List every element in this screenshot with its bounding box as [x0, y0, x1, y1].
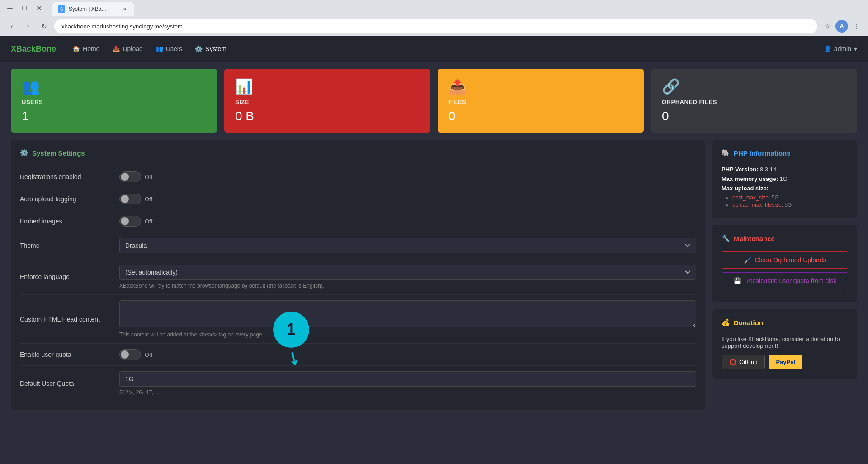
- files-stat-icon: 📤: [448, 78, 633, 95]
- setting-row-embed-images: Embed images Off: [20, 210, 696, 232]
- maximize-button[interactable]: □: [18, 2, 31, 14]
- browser-title-bar: ─ □ ✕ S System | XBa... ✕: [0, 0, 868, 16]
- post-max-size-link[interactable]: post_max_size: [732, 194, 769, 201]
- custom-html-textarea[interactable]: [119, 300, 696, 327]
- registrations-slider: [119, 171, 141, 182]
- recalculate-quota-button[interactable]: 💾 Recalculate user quota from disk: [722, 272, 848, 289]
- upload-max-filesize-value: : 5G: [782, 202, 792, 208]
- menu-button[interactable]: ⋮: [850, 20, 863, 33]
- auto-upload-label: Auto upload tagging: [20, 195, 119, 203]
- default-quota-input[interactable]: [119, 371, 696, 387]
- paypal-button[interactable]: PayPal: [769, 355, 802, 369]
- files-stat-label: FILES: [448, 99, 633, 105]
- github-icon: ⭕: [729, 359, 736, 365]
- user-quota-toggle-label: Off: [145, 351, 152, 358]
- donation-header: 💰 Donation: [722, 318, 848, 327]
- main-content: ⚙️ System Settings 1 ➘ Registrations ena…: [0, 140, 868, 421]
- nav-user[interactable]: 👤 admin ▾: [824, 45, 857, 52]
- browser-chrome: ─ □ ✕ S System | XBa... ✕ ‹ › ↻ ☆ A ⋮: [0, 0, 868, 36]
- setting-row-language: Enforce language (Set automatically) Eng…: [20, 259, 696, 295]
- users-stat-value: 1: [22, 109, 206, 123]
- reload-button[interactable]: ↻: [38, 20, 51, 33]
- nav-link-system-label: System: [205, 45, 226, 52]
- browser-tab[interactable]: S System | XBa... ✕: [52, 2, 134, 16]
- user-quota-slider: [119, 349, 141, 360]
- php-icon: 🐘: [722, 149, 730, 157]
- auto-upload-toggle-label: Off: [145, 196, 152, 203]
- auto-upload-toggle-wrapper: Off: [119, 194, 696, 204]
- size-stat-icon: 📊: [235, 78, 420, 95]
- app-container: XBackBone 🏠 Home 📤 Upload 👥 Users ⚙️ Sys…: [0, 36, 868, 464]
- nav-link-upload-label: Upload: [123, 45, 142, 52]
- users-stat-label: USERS: [22, 99, 206, 105]
- top-nav: XBackBone 🏠 Home 📤 Upload 👥 Users ⚙️ Sys…: [0, 36, 868, 62]
- nav-link-system[interactable]: ⚙️ System: [189, 42, 232, 56]
- theme-select[interactable]: Default Dracula Dark Light: [119, 238, 696, 253]
- browser-address-bar: ‹ › ↻ ☆ A ⋮: [0, 16, 868, 36]
- upload-max-filesize-item: upload_max_filesize: 5G: [732, 202, 848, 208]
- browser-actions: ☆ A ⋮: [821, 20, 863, 33]
- nav-link-home[interactable]: 🏠 Home: [67, 42, 105, 56]
- custom-html-label: Custom HTML Head content: [20, 316, 119, 323]
- user-icon: 👤: [824, 45, 831, 52]
- upload-icon: 📤: [112, 45, 120, 52]
- upload-max-filesize-link[interactable]: upload_max_filesize: [732, 202, 782, 208]
- post-max-size-item: post_max_size: 5G: [732, 194, 848, 201]
- orphaned-stat-icon: 🔗: [662, 78, 846, 95]
- forward-button[interactable]: ›: [22, 20, 34, 33]
- users-icon: 👥: [156, 45, 163, 52]
- embed-images-label: Embed images: [20, 218, 119, 225]
- address-input[interactable]: [54, 19, 817, 33]
- user-label: admin: [834, 45, 851, 52]
- nav-link-users-label: Users: [166, 45, 183, 52]
- minimize-button[interactable]: ─: [4, 2, 16, 14]
- registrations-toggle-wrapper: Off: [119, 171, 696, 182]
- nav-brand: XBackBone: [11, 44, 56, 54]
- auto-upload-slider: [119, 194, 141, 204]
- system-settings-header: ⚙️ System Settings: [20, 149, 696, 157]
- donation-panel: 💰 Donation If you like XBackBone, consid…: [712, 309, 857, 379]
- setting-row-auto-upload: Auto upload tagging Off: [20, 188, 696, 210]
- clean-orphaned-button[interactable]: 🖌️ Clean Orphaned Uploads: [722, 251, 848, 269]
- embed-images-toggle[interactable]: [119, 216, 141, 227]
- github-button[interactable]: ⭕ GitHub: [722, 355, 765, 369]
- profile-icon[interactable]: A: [835, 20, 848, 33]
- back-button[interactable]: ‹: [5, 20, 18, 33]
- stats-grid: 👥 USERS 1 📊 SIZE 0 B 📤 FILES 0 🔗 ORPHANE…: [0, 62, 868, 140]
- setting-row-registrations: Registrations enabled Off: [20, 166, 696, 188]
- language-control: (Set automatically) English German Frenc…: [119, 265, 696, 289]
- user-quota-toggle[interactable]: [119, 349, 141, 360]
- embed-images-toggle-label: Off: [145, 218, 152, 225]
- setting-row-default-quota: Default User Quota 512M, 2G, 1T, ...: [20, 366, 696, 401]
- close-button[interactable]: ✕: [33, 2, 45, 14]
- nav-link-home-label: Home: [83, 45, 99, 52]
- tooltip-bubble: 1: [273, 312, 309, 348]
- registrations-toggle[interactable]: [119, 171, 141, 182]
- max-memory-label: Max memory usage:: [722, 175, 778, 182]
- nav-link-users[interactable]: 👥 Users: [150, 42, 188, 56]
- settings-gear-icon: ⚙️: [20, 149, 28, 157]
- max-memory-value: 1G: [780, 175, 788, 182]
- auto-upload-toggle[interactable]: [119, 194, 141, 204]
- language-select[interactable]: (Set automatically) English German Frenc…: [119, 265, 696, 280]
- auto-upload-control: Off: [119, 194, 696, 204]
- registrations-label: Registrations enabled: [20, 173, 119, 180]
- tab-bar: S System | XBa... ✕: [49, 0, 137, 16]
- default-quota-hint: 512M, 2G, 1T, ...: [119, 389, 696, 396]
- nav-link-upload[interactable]: 📤 Upload: [107, 42, 148, 56]
- theme-label: Theme: [20, 242, 119, 249]
- bookmark-button[interactable]: ☆: [821, 20, 834, 33]
- system-settings-panel: ⚙️ System Settings 1 ➘ Registrations ena…: [11, 140, 705, 410]
- system-icon: ⚙️: [195, 45, 203, 52]
- setting-row-user-quota: Enable user quota Off: [20, 344, 696, 366]
- tab-close-button[interactable]: ✕: [121, 5, 128, 13]
- setting-row-theme: Theme Default Dracula Dark Light: [20, 232, 696, 259]
- registrations-toggle-label: Off: [145, 174, 152, 180]
- tab-favicon: S: [58, 5, 65, 13]
- upload-size-list: post_max_size: 5G upload_max_filesize: 5…: [722, 194, 848, 208]
- size-stat-value: 0 B: [235, 109, 420, 123]
- setting-row-custom-html: Custom HTML Head content This content wi…: [20, 295, 696, 344]
- donation-text: If you like XBackBone, consider a donati…: [722, 336, 848, 349]
- default-quota-label: Default User Quota: [20, 380, 119, 387]
- php-version-value: 8.3.14: [760, 166, 776, 173]
